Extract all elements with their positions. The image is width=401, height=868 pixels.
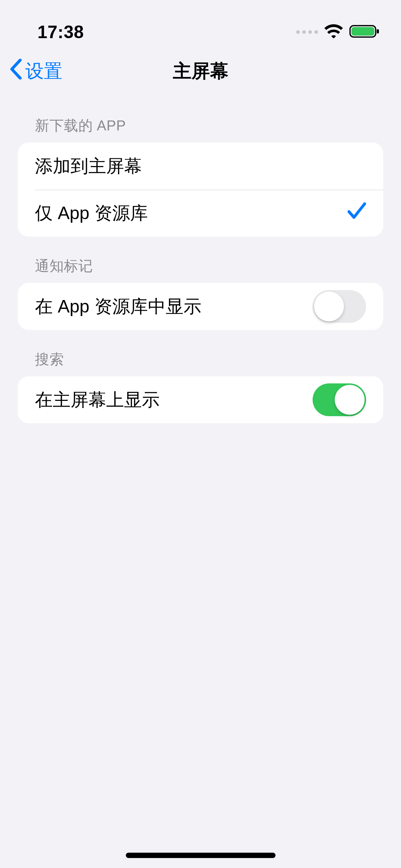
navigation-bar: 设置 主屏幕: [0, 46, 401, 96]
option-label: 添加到主屏幕: [35, 154, 142, 178]
section-header-badges: 通知标记: [18, 237, 383, 283]
toggle-knob: [314, 291, 344, 321]
group-new-apps: 添加到主屏幕 仅 App 资源库: [18, 143, 383, 237]
row-label: 在 App 资源库中显示: [35, 295, 201, 319]
toggle-show-on-home[interactable]: [313, 383, 366, 416]
section-header-new-apps: 新下载的 APP: [18, 96, 383, 143]
wifi-icon: [324, 24, 343, 40]
checkmark-icon: [348, 202, 366, 224]
status-icons: [296, 24, 380, 40]
content: 新下载的 APP 添加到主屏幕 仅 App 资源库 通知标记 在 App 资源库…: [0, 96, 401, 423]
home-indicator[interactable]: [126, 853, 276, 858]
page-title: 主屏幕: [173, 59, 228, 84]
chevron-left-icon: [9, 59, 22, 84]
status-bar: 17:38: [0, 0, 401, 46]
toggle-show-in-library[interactable]: [313, 290, 366, 323]
group-badges: 在 App 资源库中显示: [18, 283, 383, 330]
row-show-on-home: 在主屏幕上显示: [18, 376, 383, 423]
status-time: 17:38: [37, 22, 84, 42]
toggle-knob: [335, 385, 365, 415]
cell-signal-dots-icon: [296, 30, 318, 34]
svg-rect-1: [351, 27, 374, 36]
row-show-in-library: 在 App 资源库中显示: [18, 283, 383, 330]
section-header-search: 搜索: [18, 330, 383, 376]
back-button[interactable]: 设置: [9, 59, 62, 84]
svg-rect-2: [377, 29, 379, 33]
group-search: 在主屏幕上显示: [18, 376, 383, 423]
option-add-to-home[interactable]: 添加到主屏幕: [18, 143, 383, 190]
battery-icon: [349, 24, 380, 40]
row-label: 在主屏幕上显示: [35, 388, 160, 412]
back-label: 设置: [25, 59, 62, 84]
option-label: 仅 App 资源库: [35, 201, 148, 225]
option-app-library-only[interactable]: 仅 App 资源库: [18, 190, 383, 237]
